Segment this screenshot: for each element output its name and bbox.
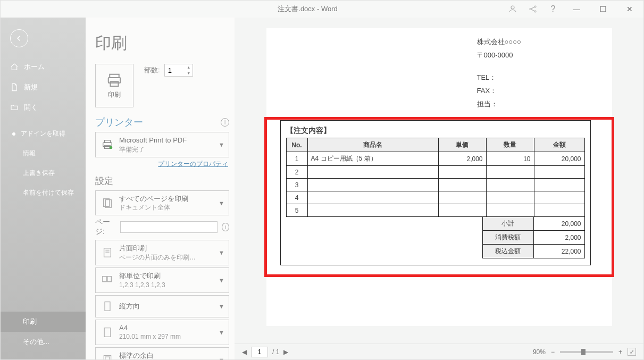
pages-dropdown[interactable]: すべてのページを印刷 ドキュメント全体 ▼ <box>95 190 229 216</box>
table-row: 4 <box>286 191 584 204</box>
order-title: 【注文内容】 <box>286 126 585 136</box>
back-button[interactable] <box>10 29 28 47</box>
printer-status: 準備完了 <box>119 145 214 154</box>
svg-rect-17 <box>103 277 106 282</box>
zoom-slider[interactable] <box>560 351 613 353</box>
svg-point-0 <box>511 6 514 9</box>
nav-label: 印刷 <box>23 317 37 326</box>
company-name: 株式会社○○○○ <box>477 36 591 49</box>
zoom-in-button[interactable]: + <box>618 348 622 356</box>
share-icon[interactable] <box>525 2 540 16</box>
preview-pane: 株式会社○○○○ 〒000-0000 TEL： FAX： 担当： 【注文内容】 <box>235 18 643 359</box>
print-button-row: 印刷 部数: ▲▼ <box>95 64 229 107</box>
table-header: No. 商品名 単価 数量 金額 <box>286 138 584 152</box>
info-icon[interactable]: i <box>221 118 229 127</box>
window-title: 注文書.docx - Word <box>110 4 505 14</box>
nav-label: 新規 <box>24 82 38 92</box>
nav-label: 開く <box>24 103 38 112</box>
zoom-out-button[interactable]: − <box>551 348 555 356</box>
chevron-down-icon: ▼ <box>219 357 224 359</box>
page-number-input[interactable] <box>251 347 268 357</box>
nav-more[interactable]: その他... <box>1 332 86 352</box>
zoom-value: 90% <box>533 348 546 356</box>
page-title: 印刷 <box>95 32 229 54</box>
printer-icon <box>105 72 123 88</box>
backstage-sidebar: ホーム 新規 開く アドインを取得 情報 上書き保存 名前を付けて保存 印刷 そ… <box>1 18 86 359</box>
dot-icon <box>12 132 15 136</box>
duplex-dropdown[interactable]: 片面印刷 ページの片面のみを印刷… ▼ <box>95 240 229 265</box>
paper-icon <box>100 325 115 340</box>
orientation-dropdown[interactable]: 縦方向 ▼ <box>95 295 229 317</box>
print-settings-pane: 印刷 印刷 部数: ▲▼ プリンター i <box>86 18 235 359</box>
svg-rect-14 <box>104 248 111 257</box>
file-icon <box>10 83 19 91</box>
postal-code: 〒000-0000 <box>477 49 591 62</box>
minimize-button[interactable]: — <box>566 2 587 16</box>
close-button[interactable]: ✕ <box>619 2 640 16</box>
nav-label: その他... <box>23 337 49 347</box>
svg-point-11 <box>110 146 113 149</box>
open-icon <box>10 103 19 112</box>
svg-rect-7 <box>111 81 119 86</box>
fax-label: FAX： <box>477 85 591 98</box>
pages-icon <box>100 196 115 211</box>
nav-label: アドインを取得 <box>21 129 65 138</box>
total-pages: / 1 <box>272 348 279 356</box>
prev-page-button[interactable]: ◀ <box>242 348 247 356</box>
printer-dropdown[interactable]: Microsoft Print to PDF 準備完了 ▼ <box>95 132 229 157</box>
nav-home[interactable]: ホーム <box>1 57 86 77</box>
tantou-label: 担当： <box>477 98 591 111</box>
chevron-down-icon: ▼ <box>219 141 224 148</box>
table-row: 2 <box>286 166 584 179</box>
main-area: ホーム 新規 開く アドインを取得 情報 上書き保存 名前を付けて保存 印刷 そ… <box>1 18 643 359</box>
nav-saveas[interactable]: 名前を付けて保存 <box>1 183 86 203</box>
print-button[interactable]: 印刷 <box>95 64 133 107</box>
pages-input[interactable] <box>120 221 218 233</box>
svg-rect-9 <box>105 140 111 143</box>
home-icon <box>10 63 19 71</box>
nav-label: 名前を付けて保存 <box>23 188 74 197</box>
preview-footer: ◀ / 1 ▶ 90% − + ⤢ <box>235 344 643 359</box>
margins-dropdown[interactable]: 標準の余白 上: 35.01 mm 下: 3… ▼ <box>95 347 229 359</box>
pages-label: ページ: <box>95 217 116 237</box>
margins-icon <box>100 353 115 359</box>
collate-dropdown[interactable]: 部単位で印刷 1,2,3 1,2,3 1,2,3 ▼ <box>95 267 229 293</box>
copies-row: 部数: ▲▼ <box>144 64 193 77</box>
document-page: 株式会社○○○○ 〒000-0000 TEL： FAX： 担当： 【注文内容】 <box>266 28 612 326</box>
nav-addins[interactable]: アドインを取得 <box>1 124 86 144</box>
nav-save[interactable]: 上書き保存 <box>1 163 86 183</box>
info-icon[interactable]: i <box>222 223 229 231</box>
copies-label: 部数: <box>144 65 160 75</box>
copies-spinner[interactable]: ▲▼ <box>185 64 193 76</box>
app-root: 注文書.docx - Word ? — ✕ ホーム 新規 <box>0 0 644 360</box>
account-icon[interactable] <box>505 2 520 16</box>
nav-info[interactable]: 情報 <box>1 144 86 163</box>
orientation-icon <box>100 299 115 314</box>
fit-page-button[interactable]: ⤢ <box>628 348 636 356</box>
next-page-button[interactable]: ▶ <box>283 348 288 356</box>
help-icon[interactable]: ? <box>546 2 561 16</box>
table-row: 1A4 コピー用紙（5 箱）2,0001020,000 <box>286 152 584 166</box>
svg-point-1 <box>530 9 531 10</box>
printer-name: Microsoft Print to PDF <box>119 136 214 145</box>
svg-rect-4 <box>600 6 606 12</box>
nav-open[interactable]: 開く <box>1 97 86 118</box>
nav-label: 上書き保存 <box>23 169 55 178</box>
duplex-icon <box>100 245 115 260</box>
nav-label: ホーム <box>24 62 45 72</box>
svg-rect-20 <box>104 328 111 337</box>
preview-canvas[interactable]: 株式会社○○○○ 〒000-0000 TEL： FAX： 担当： 【注文内容】 <box>235 18 643 344</box>
chevron-down-icon: ▼ <box>219 277 224 283</box>
maximize-button[interactable] <box>592 2 614 16</box>
svg-point-2 <box>534 6 536 7</box>
print-button-label: 印刷 <box>108 90 121 99</box>
chevron-down-icon: ▼ <box>219 200 224 206</box>
titlebar: 注文書.docx - Word ? — ✕ <box>1 1 643 18</box>
nav-print[interactable]: 印刷 <box>1 312 86 332</box>
paper-size-dropdown[interactable]: A4 210.01 mm x 297 mm ▼ <box>95 320 229 345</box>
printer-properties-link[interactable]: プリンターのプロパティ <box>96 160 228 169</box>
company-block: 株式会社○○○○ 〒000-0000 TEL： FAX： 担当： <box>477 36 591 111</box>
order-box: 【注文内容】 No. 商品名 単価 数量 金額 1A4 コピー用紙（5 箱）2,… <box>280 120 591 265</box>
svg-rect-18 <box>107 277 111 282</box>
nav-new[interactable]: 新規 <box>1 77 86 97</box>
